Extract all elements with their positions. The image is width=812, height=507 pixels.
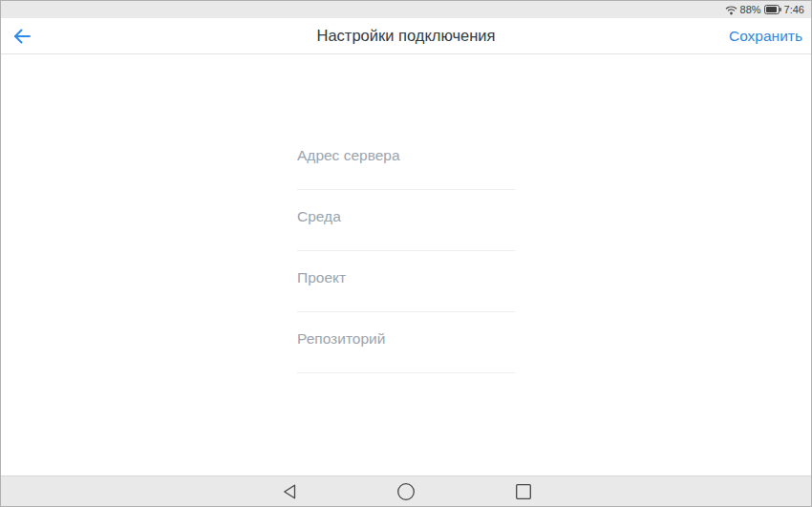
back-triangle-icon [282,483,297,500]
connection-form [297,146,515,373]
content [1,54,811,475]
battery-icon [764,5,781,14]
screen: 88% 7:46 Настройки подключения Сохранить [0,0,812,507]
battery-percent: 88% [740,4,761,15]
status-bar: 88% 7:46 [1,1,811,18]
page-title: Настройки подключения [1,27,811,45]
nav-back-button[interactable] [278,479,301,504]
back-arrow-icon [12,28,32,45]
back-button[interactable] [11,26,33,47]
project-input[interactable] [297,268,515,312]
header: Настройки подключения Сохранить [1,18,811,54]
nav-home-button[interactable] [394,478,419,504]
environment-input[interactable] [297,207,515,251]
clock: 7:46 [784,4,804,15]
nav-recents-button[interactable] [512,479,536,503]
repository-input[interactable] [297,329,515,373]
recents-square-icon [516,483,532,499]
home-circle-icon [397,482,416,500]
nav-bar [1,475,811,506]
server-address-input[interactable] [297,146,515,190]
save-button[interactable]: Сохранить [729,26,802,47]
wifi-icon [725,5,737,15]
